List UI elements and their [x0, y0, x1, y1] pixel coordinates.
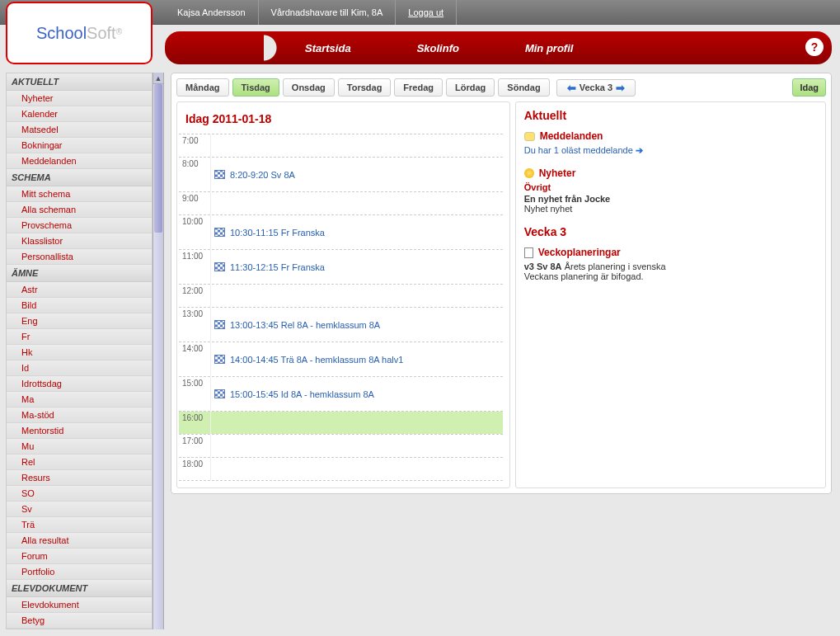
sidebar-item[interactable]: Resurs: [7, 470, 152, 486]
time-label: 18:00: [179, 458, 210, 480]
sidebar-item[interactable]: Portfolio: [7, 564, 152, 580]
topbar-role[interactable]: Vårdnadshavare till Kim, 8A: [259, 0, 397, 25]
sidebar-scrollbar[interactable]: ▲: [153, 73, 164, 629]
sidebar-item[interactable]: Nyheter: [7, 91, 152, 106]
bulb-icon: [524, 168, 534, 178]
time-row: 17:00: [179, 435, 503, 458]
sidebar-item[interactable]: Mitt schema: [7, 186, 152, 202]
nav-skolinfo[interactable]: Skolinfo: [384, 42, 492, 54]
planering-label: Veckoplaneringar: [538, 247, 621, 258]
sidebar-item[interactable]: Trä: [7, 517, 152, 533]
sidebar-item[interactable]: Mentorstid: [7, 423, 152, 439]
sidebar-item[interactable]: Elevdokument: [7, 597, 152, 613]
schedule-slot[interactable]: 13:00-13:45 Rel 8A - hemklassum 8A: [214, 320, 380, 330]
sidebar-item[interactable]: Meddelanden: [7, 153, 152, 169]
sidebar-item[interactable]: Provschema: [7, 218, 152, 233]
help-button[interactable]: ?: [805, 38, 824, 56]
sidebar-item[interactable]: Kalender: [7, 106, 152, 122]
nyheter-section: Nyheter Övrigt En nyhet från Jocke Nyhet…: [524, 167, 817, 214]
sidebar-item[interactable]: Id: [7, 360, 152, 376]
sidebar-item[interactable]: Sv: [7, 502, 152, 517]
sidebar-item[interactable]: Klasslistor: [7, 233, 152, 249]
sidebar-item[interactable]: Eng: [7, 313, 152, 329]
sidebar-item[interactable]: Alla resultat: [7, 533, 152, 549]
time-label: 13:00: [179, 308, 210, 342]
day-tab[interactable]: Fredag: [394, 78, 443, 97]
week-label: Vecka 3: [580, 82, 612, 92]
time-label: 15:00: [179, 377, 210, 411]
nyheter-header[interactable]: Nyheter: [524, 167, 817, 179]
sidebar-item[interactable]: Personallista: [7, 249, 152, 265]
schedule-slot[interactable]: 11:30-12:15 Fr Franska: [214, 262, 325, 272]
logo-text-2: Soft: [87, 24, 116, 42]
scroll-up-icon[interactable]: ▲: [153, 73, 163, 84]
time-content: 8:20-9:20 Sv 8A: [210, 158, 503, 191]
schedule-slot[interactable]: 15:00-15:45 Id 8A - hemklassum 8A: [214, 389, 374, 399]
sidebar-item[interactable]: Bild: [7, 298, 152, 313]
schedule-icon: [214, 170, 225, 179]
sidebar-item[interactable]: Ma-stöd: [7, 408, 152, 423]
time-content: 10:30-11:15 Fr Franska: [210, 215, 503, 249]
day-tab[interactable]: Torsdag: [338, 78, 392, 97]
time-content: [210, 285, 503, 307]
topbar-user[interactable]: Kajsa Andersson: [165, 0, 259, 25]
time-content: [210, 192, 503, 214]
sidebar-item[interactable]: Idrottsdag: [7, 376, 152, 392]
sidebar-item[interactable]: Alla scheman: [7, 202, 152, 218]
time-label: 17:00: [179, 435, 210, 457]
time-row: 16:00: [179, 412, 503, 435]
nav-startsida[interactable]: Startsida: [272, 42, 384, 54]
schedule-slot-text: 15:00-15:45 Id 8A - hemklassum 8A: [230, 389, 374, 399]
schedule-slot[interactable]: 10:30-11:15 Fr Franska: [214, 228, 325, 238]
week-next-icon[interactable]: ➡: [612, 82, 628, 94]
time-label: 12:00: [179, 285, 210, 307]
time-row: 8:008:20-9:20 Sv 8A: [179, 158, 503, 192]
vecka-section: Vecka 3 Veckoplaneringar v3 Sv 8A Årets …: [524, 225, 817, 281]
time-content: 15:00-15:45 Id 8A - hemklassum 8A: [210, 377, 503, 411]
day-tab[interactable]: Söndag: [498, 78, 549, 97]
time-row: 15:0015:00-15:45 Id 8A - hemklassum 8A: [179, 377, 503, 412]
sidebar-item[interactable]: Rel: [7, 455, 152, 470]
sidebar-item[interactable]: Fr: [7, 329, 152, 345]
planering-line1[interactable]: v3 Sv 8A Årets planering i svenska: [524, 261, 817, 271]
day-tabs: MåndagTisdagOnsdagTorsdagFredagLördagSön…: [176, 78, 826, 97]
sidebar-item[interactable]: Mu: [7, 439, 152, 455]
day-tab[interactable]: Tisdag: [232, 78, 279, 97]
meddelanden-header[interactable]: Meddelanden: [524, 130, 817, 142]
main-panel: MåndagTisdagOnsdagTorsdagFredagLördagSön…: [171, 73, 832, 494]
schedule-slot[interactable]: 14:00-14:45 Trä 8A - hemklassum 8A halv1: [214, 355, 403, 365]
schedule-icon: [214, 389, 225, 398]
schedule-icon: [214, 320, 225, 329]
topbar-logout[interactable]: Logga ut: [396, 0, 457, 25]
sidebar-item[interactable]: Forum: [7, 549, 152, 564]
sidebar: AKTUELLTNyheterKalenderMatsedelBokningar…: [6, 73, 153, 629]
nyheter-headline[interactable]: En nyhet från Jocke: [524, 194, 611, 204]
sidebar-item[interactable]: SO: [7, 486, 152, 502]
sidebar-item[interactable]: Matsedel: [7, 122, 152, 138]
time-label: 8:00: [179, 158, 210, 191]
sidebar-item[interactable]: Betyg: [7, 613, 152, 629]
time-row: 11:0011:30-12:15 Fr Franska: [179, 250, 503, 285]
sidebar-item[interactable]: Astr: [7, 282, 152, 298]
sidebar-item[interactable]: Hk: [7, 345, 152, 360]
planering-header[interactable]: Veckoplaneringar: [524, 247, 817, 258]
meddelanden-link[interactable]: Du har 1 oläst meddelande ➔: [524, 145, 643, 155]
schedule-slot-text: 13:00-13:45 Rel 8A - hemklassum 8A: [230, 320, 380, 330]
nav-minprofil[interactable]: Min profil: [492, 42, 607, 54]
today-button[interactable]: Idag: [792, 78, 826, 97]
sidebar-section-header: SCHEMA: [7, 169, 152, 186]
day-tab[interactable]: Måndag: [176, 78, 229, 97]
week-prev-icon[interactable]: ⬅: [564, 82, 580, 94]
day-tab[interactable]: Lördag: [446, 78, 495, 97]
sidebar-item[interactable]: Ma: [7, 392, 152, 408]
logo-text-1: School: [36, 24, 87, 42]
scroll-thumb[interactable]: [154, 84, 162, 233]
time-content: 14:00-14:45 Trä 8A - hemklassum 8A halv1: [210, 342, 503, 376]
time-content: [210, 458, 503, 480]
logo[interactable]: SchoolSoft®: [6, 2, 153, 64]
time-row: 7:00: [179, 134, 503, 158]
day-tab[interactable]: Onsdag: [283, 78, 335, 97]
sidebar-item[interactable]: Bokningar: [7, 138, 152, 153]
chat-icon: [524, 132, 535, 141]
schedule-slot[interactable]: 8:20-9:20 Sv 8A: [214, 170, 295, 180]
